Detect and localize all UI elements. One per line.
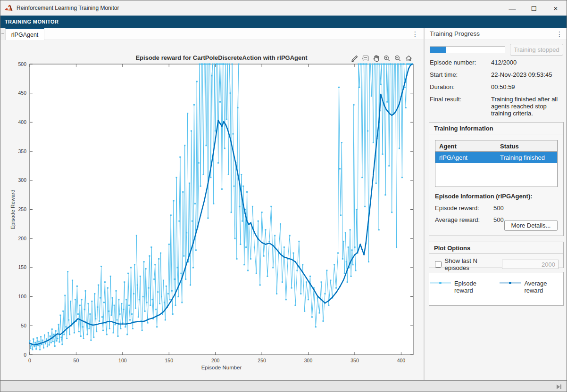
episode-reward-value: 500	[493, 204, 558, 212]
svg-text:50: 50	[74, 358, 79, 363]
statusbar	[0, 380, 567, 392]
reward-chart: 0501001502002503003504000501001502002503…	[0, 40, 424, 380]
tabstrip-overflow-menu[interactable]: ⋮	[410, 29, 420, 39]
svg-text:350: 350	[18, 148, 26, 154]
svg-text:500: 500	[18, 61, 26, 67]
training-progress-header: Training Progress ⋮	[425, 28, 567, 40]
svg-text:200: 200	[18, 236, 26, 241]
plot-options-group: Plot Options Show last N episodes	[429, 242, 564, 268]
table-row[interactable]: rlPGAgent Training finished	[435, 152, 557, 163]
svg-text:300: 300	[304, 358, 313, 363]
start-time-value: 22-Nov-2023 09:53:45	[491, 71, 567, 78]
panel-overflow-menu[interactable]: ⋮	[554, 29, 565, 39]
legend-entry-episode-reward: Episode reward	[429, 280, 492, 305]
episode-number-value: 412/2000	[491, 59, 567, 66]
maximize-button[interactable]: ◻	[523, 0, 545, 16]
field-label: Final result:	[430, 96, 491, 117]
more-details-button[interactable]: More Details...	[504, 220, 558, 231]
skip-to-end-icon[interactable]	[555, 383, 563, 391]
datatips-icon[interactable]	[360, 54, 370, 63]
legend-entry-average-reward: Average reward	[499, 280, 563, 305]
episode-reward-line-sample	[429, 280, 451, 286]
svg-text:Episode Number: Episode Number	[201, 365, 242, 370]
column-header-status: Status	[496, 140, 557, 152]
svg-text:100: 100	[118, 358, 127, 363]
zoom-out-icon[interactable]	[393, 54, 402, 63]
zoom-in-icon[interactable]	[382, 54, 392, 63]
progress-fill	[430, 47, 446, 53]
svg-text:250: 250	[18, 206, 26, 212]
svg-text:0: 0	[28, 358, 31, 363]
minimize-button[interactable]: —	[501, 0, 523, 16]
tabstrip-grip-handle[interactable]	[0, 28, 5, 40]
table-empty-area	[435, 163, 557, 187]
agents-table: Agent Status rlPGAgent Training finished	[435, 140, 558, 187]
field-label: Episode number:	[430, 59, 491, 66]
legend-label: Episode reward	[454, 280, 493, 294]
average-reward-line-sample	[499, 280, 521, 286]
group-title: Plot Options	[429, 242, 563, 254]
restore-view-icon[interactable]	[404, 54, 413, 63]
svg-text:450: 450	[18, 90, 26, 96]
svg-text:200: 200	[211, 358, 220, 363]
svg-text:Episode Reward: Episode Reward	[10, 189, 16, 229]
svg-text:400: 400	[397, 358, 406, 363]
svg-text:Episode reward for CartPoleDis: Episode reward for CartPoleDiscreteActio…	[135, 54, 308, 61]
svg-text:350: 350	[350, 358, 359, 363]
export-icon[interactable]	[350, 54, 359, 63]
show-last-n-label: Show last N episodes	[445, 257, 502, 271]
svg-text:50: 50	[21, 323, 26, 328]
progress-fields: Episode number: 412/2000 Start time: 22-…	[430, 59, 565, 117]
app-window: Reinforcement Learning Training Monitor …	[0, 0, 567, 392]
status-cell: Training finished	[496, 154, 557, 161]
column-header-agent: Agent	[435, 140, 496, 152]
training-progress-panel: Training stopped Episode number: 412/200…	[425, 40, 567, 380]
svg-text:250: 250	[258, 358, 266, 363]
training-information-group: Training Information Agent Status rlPGAg…	[429, 122, 564, 236]
legend-label: Average reward	[524, 280, 563, 294]
plot-panel: 0501001502002503003504000501001502002503…	[0, 40, 424, 380]
episode-information-title: Episode Information (rlPGAgent):	[435, 193, 558, 200]
svg-text:150: 150	[18, 264, 26, 270]
close-button[interactable]: ×	[545, 0, 567, 16]
group-title: Training Information	[429, 122, 563, 134]
titlebar: Reinforcement Learning Training Monitor …	[0, 0, 567, 16]
tab-rlpgagent[interactable]: rlPGAgent	[5, 28, 44, 40]
field-label: Duration:	[430, 83, 491, 90]
svg-text:400: 400	[18, 119, 26, 125]
svg-text:100: 100	[18, 294, 26, 299]
table-header-row: Agent Status	[435, 140, 557, 152]
chart-legend: Episode reward Average reward	[429, 272, 564, 306]
final-result-value: Training finished after all agents reach…	[491, 96, 567, 117]
toolstrip-label: TRAINING MONITOR	[5, 19, 58, 24]
document-tabstrip: rlPGAgent ⋮	[0, 28, 424, 40]
panel-title: Training Progress	[430, 30, 567, 37]
duration-value: 00:50:59	[491, 83, 567, 90]
axes-toolbar	[349, 53, 414, 63]
matlab-logo-icon	[5, 4, 13, 12]
episode-reward-label: Episode reward:	[435, 204, 493, 212]
window-title: Reinforcement Learning Training Monitor	[17, 5, 501, 11]
training-progress-bar	[430, 46, 505, 53]
show-last-n-checkbox[interactable]	[435, 261, 442, 268]
training-stopped-button[interactable]: Training stopped	[510, 44, 563, 56]
pan-icon[interactable]	[371, 54, 381, 63]
svg-text:150: 150	[165, 358, 174, 363]
agent-cell: rlPGAgent	[435, 154, 496, 161]
svg-text:0: 0	[24, 352, 26, 358]
n-episodes-input[interactable]	[502, 260, 559, 269]
svg-text:300: 300	[18, 177, 26, 183]
field-label: Start time:	[430, 71, 491, 78]
toolstrip-tab-training-monitor[interactable]: TRAINING MONITOR	[0, 16, 567, 28]
average-reward-label: Average reward:	[435, 216, 493, 223]
